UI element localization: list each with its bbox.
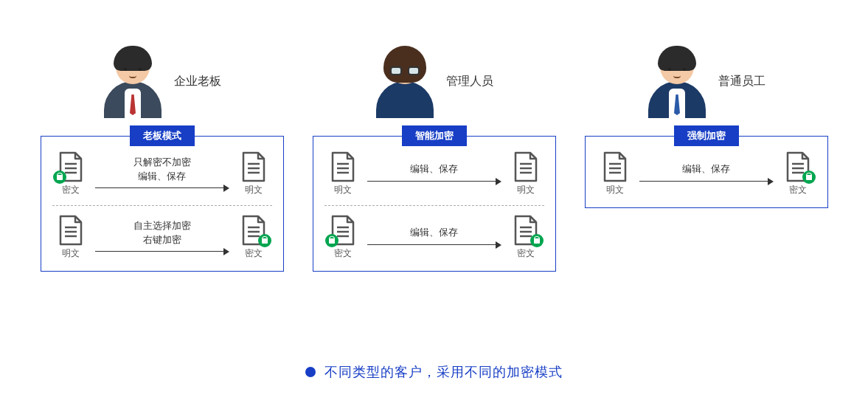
doc-to: 明文 — [235, 151, 272, 196]
arrow-icon — [367, 241, 501, 249]
lock-icon — [530, 234, 544, 247]
doc-label: 密文 — [789, 184, 807, 196]
flow-text: 只解密不加密 — [133, 156, 191, 169]
doc-from: 明文 — [52, 215, 89, 260]
document-plain-icon — [240, 151, 267, 182]
lock-icon — [325, 234, 338, 247]
row-divider — [52, 205, 272, 206]
document-encrypted-icon — [240, 215, 267, 246]
avatar-employee-icon — [647, 44, 707, 118]
flow-text: 编辑、保存 — [138, 170, 186, 183]
doc-label: 密文 — [245, 247, 263, 260]
doc-from: 明文 — [324, 151, 361, 196]
arrow-icon — [95, 185, 229, 192]
flow-row: 密文 只解密不加密 编辑、保存 明文 — [52, 151, 272, 196]
flow-row: 明文 自主选择加密 右键加密 密文 — [52, 215, 272, 260]
doc-to: 密文 — [507, 215, 544, 260]
flow-text: 编辑、保存 — [682, 162, 730, 176]
document-plain-icon — [330, 151, 356, 182]
row-divider — [324, 205, 544, 206]
mode-badge-boss: 老板模式 — [130, 125, 195, 146]
arrow-icon — [95, 248, 229, 255]
caption: 不同类型的客户，采用不同的加密模式 — [0, 363, 868, 381]
persona-label: 管理人员 — [446, 74, 493, 89]
avatar-boss-icon — [103, 44, 163, 118]
flow-arrow: 编辑、保存 — [639, 162, 774, 185]
flow-arrow: 自主选择加密 右键加密 — [95, 219, 229, 255]
doc-label: 密文 — [334, 247, 352, 260]
arrow-icon — [639, 178, 774, 185]
doc-label: 密文 — [517, 247, 535, 260]
document-encrypted-icon — [58, 151, 84, 182]
doc-from: 明文 — [597, 151, 633, 196]
persona-manager: 管理人员 — [375, 44, 493, 118]
document-encrypted-icon — [785, 151, 811, 182]
flow-row: 明文 编辑、保存 明文 — [324, 151, 544, 196]
flow-arrow: 编辑、保存 — [367, 162, 501, 185]
doc-label: 密文 — [62, 184, 80, 196]
flow-text: 自主选择加密 — [133, 219, 191, 232]
flow-text: 编辑、保存 — [410, 162, 458, 176]
encryption-modes-diagram: 企业老板 老板模式 密文 只解密不加密 编辑、保存 — [0, 0, 868, 272]
column-manager: 管理人员 智能加密 明文 编辑、保存 明文 — [313, 44, 556, 272]
document-plain-icon — [58, 215, 84, 246]
flow-row: 明文 编辑、保存 密文 — [597, 151, 816, 196]
persona-boss: 企业老板 — [103, 44, 221, 118]
flow-arrow: 只解密不加密 编辑、保存 — [95, 156, 229, 191]
column-employee: 普通员工 强制加密 明文 编辑、保存 — [585, 44, 828, 272]
doc-label: 明文 — [517, 184, 535, 196]
lock-icon — [53, 170, 66, 184]
flow-box-boss: 密文 只解密不加密 编辑、保存 明文 — [41, 136, 284, 272]
lock-icon — [258, 234, 271, 247]
doc-to: 明文 — [507, 151, 544, 196]
document-encrypted-icon — [513, 215, 539, 246]
persona-label: 普通员工 — [718, 74, 765, 89]
persona-employee: 普通员工 — [647, 44, 765, 118]
flow-row: 密文 编辑、保存 密文 — [324, 215, 544, 260]
mode-badge-manager: 智能加密 — [402, 125, 467, 146]
doc-to: 密文 — [235, 215, 272, 260]
doc-label: 明文 — [62, 247, 80, 260]
document-plain-icon — [513, 151, 539, 182]
doc-from: 密文 — [324, 215, 361, 260]
doc-label: 明文 — [606, 184, 624, 196]
avatar-manager-icon — [375, 44, 435, 118]
doc-from: 密文 — [52, 151, 89, 196]
caption-text: 不同类型的客户，采用不同的加密模式 — [324, 363, 563, 381]
document-plain-icon — [602, 151, 628, 182]
doc-label: 明文 — [245, 184, 263, 196]
arrow-icon — [367, 178, 501, 185]
doc-label: 明文 — [334, 184, 352, 196]
doc-to: 密文 — [780, 151, 816, 196]
persona-label: 企业老板 — [174, 74, 221, 89]
flow-box-employee: 明文 编辑、保存 密文 — [585, 136, 828, 208]
flow-arrow: 编辑、保存 — [367, 226, 501, 248]
bullet-icon — [305, 367, 316, 377]
lock-icon — [802, 170, 816, 184]
flow-text: 右键加密 — [143, 233, 181, 247]
flow-text: 编辑、保存 — [410, 226, 458, 239]
flow-box-manager: 明文 编辑、保存 明文 — [313, 136, 556, 272]
document-encrypted-icon — [330, 215, 356, 246]
column-boss: 企业老板 老板模式 密文 只解密不加密 编辑、保存 — [41, 44, 284, 272]
mode-badge-employee: 强制加密 — [674, 125, 739, 146]
